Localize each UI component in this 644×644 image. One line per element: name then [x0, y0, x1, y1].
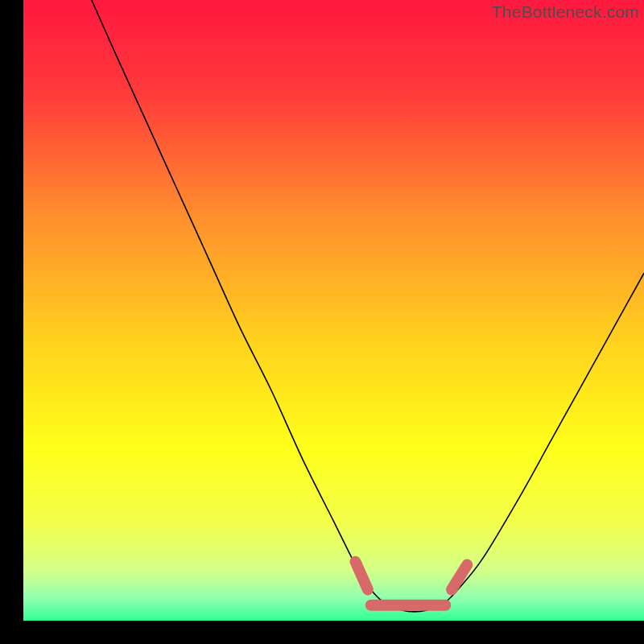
- optimal-zone-left: [355, 562, 367, 590]
- chart-frame: TheBottleneck.com: [0, 0, 644, 644]
- plot-area: [23, 0, 644, 621]
- bottleneck-curve: [92, 0, 644, 612]
- watermark: TheBottleneck.com: [492, 2, 639, 22]
- optimal-zone-right: [452, 565, 467, 590]
- curve-layer: [23, 0, 644, 621]
